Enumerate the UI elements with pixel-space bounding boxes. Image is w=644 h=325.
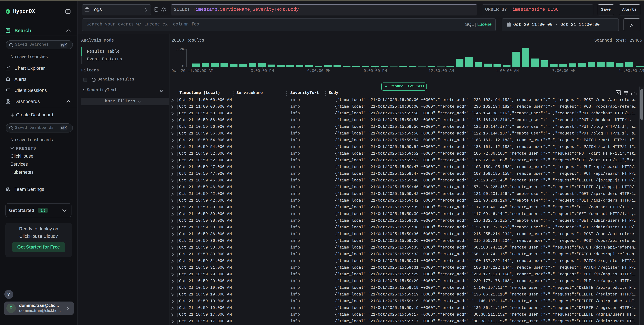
svg-text:Oct 20 11:00:00 AM: Oct 20 11:00:00 AM bbox=[172, 69, 213, 73]
svg-text:3.2K: 3.2K bbox=[175, 47, 184, 51]
svg-text:6:00:00 PM: 6:00:00 PM bbox=[307, 69, 330, 73]
svg-text:7:00:00 AM: 7:00:00 AM bbox=[552, 69, 575, 73]
svg-text:11:00:00 AM: 11:00:00 AM bbox=[618, 69, 644, 73]
svg-text:9:00:00 PM: 9:00:00 PM bbox=[364, 69, 387, 73]
svg-text:4:00:00 AM: 4:00:00 AM bbox=[496, 69, 519, 73]
svg-text:12:30:00 AM: 12:30:00 AM bbox=[428, 69, 454, 73]
svg-text:3:00:00 PM: 3:00:00 PM bbox=[251, 69, 274, 73]
svg-text:0: 0 bbox=[182, 64, 184, 69]
